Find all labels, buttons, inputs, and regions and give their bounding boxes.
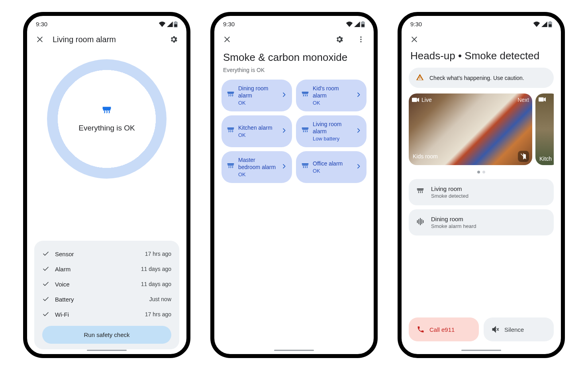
status-icons: [533, 21, 552, 27]
home-indicator[interactable]: [87, 350, 127, 351]
check-icon: [42, 250, 49, 257]
alert-room: Living room: [431, 185, 468, 192]
sound-icon: [416, 217, 425, 228]
check-time: Just now: [149, 296, 171, 302]
close-icon[interactable]: [409, 34, 420, 45]
check-row-alarm: Alarm 11 days ago: [42, 261, 171, 276]
check-icon: [42, 265, 49, 273]
svg-rect-16: [302, 165, 308, 166]
svg-rect-14: [228, 165, 234, 166]
alarm-tile-master-bedroom[interactable]: Master bedroom alarmOK: [221, 151, 292, 183]
call-e911-button[interactable]: Call e911: [409, 317, 479, 341]
alert-card-dining-room[interactable]: Dining room Smoke alarm heard: [409, 209, 554, 236]
check-row-battery: Battery Just now: [42, 292, 171, 307]
app-bar: Living room alarm: [27, 31, 186, 48]
home-indicator[interactable]: [274, 350, 314, 351]
mic-muted-icon[interactable]: [518, 151, 529, 162]
alarm-tile-kitchen[interactable]: Kitchen alarmOK: [221, 115, 292, 147]
smoke-detector-icon: [301, 126, 310, 136]
status-time: 9:30: [223, 21, 235, 27]
tile-label: Office alarm: [313, 160, 352, 167]
alert-room: Dining room: [431, 216, 476, 222]
tile-status: OK: [313, 168, 352, 174]
close-icon[interactable]: [34, 34, 45, 45]
status-bar: 9:30: [402, 16, 561, 31]
alert-card-living-room[interactable]: Living room Smoke detected: [409, 179, 554, 205]
run-safety-check-button[interactable]: Run safety check: [42, 326, 171, 344]
check-icon: [42, 296, 49, 303]
status-bar: 9:30: [214, 16, 374, 31]
tile-status: OK: [238, 100, 278, 106]
status-ring: Everything is OK: [47, 59, 167, 179]
carousel-dots: [409, 168, 554, 179]
chevron-right-icon: [355, 127, 362, 135]
check-row-sensor: Sensor 17 hrs ago: [42, 246, 171, 261]
check-label: Alarm: [55, 266, 71, 273]
camera-room-label: Kids room: [413, 153, 438, 160]
gear-icon[interactable]: [334, 34, 345, 45]
smoke-detector-icon: [226, 90, 235, 101]
page-subtitle: Everything is OK: [223, 67, 365, 73]
tile-label: Kitchen alarm: [238, 125, 278, 132]
status-bar: 9:30: [27, 16, 186, 31]
status-time: 9:30: [410, 21, 422, 27]
smoke-detector-icon: [301, 162, 310, 172]
live-badge: Live: [421, 97, 432, 103]
tile-status: OK: [238, 132, 278, 138]
status-icons: [346, 21, 365, 27]
alarm-tile-living-room[interactable]: Living room alarmLow battery: [296, 115, 367, 147]
alarm-tile-kids-room[interactable]: Kid's room alarmOK: [296, 80, 367, 111]
home-indicator[interactable]: [461, 350, 501, 351]
gear-icon[interactable]: [168, 34, 179, 45]
phone-screen-3: 9:30 Heads-up • Smoke detected Check wha…: [398, 12, 565, 358]
silence-label: Silence: [504, 326, 524, 333]
cell-signal-icon: [167, 21, 173, 27]
wifi-icon: [533, 21, 540, 27]
check-label: Voice: [55, 281, 70, 288]
camera-room-label: Kitch: [539, 156, 552, 162]
alarm-tile-dining-room[interactable]: Dining room alarmOK: [221, 80, 292, 111]
check-time: 11 days ago: [141, 266, 171, 272]
camera-carousel[interactable]: Live Next Kids room Kitch: [409, 93, 554, 165]
page-title: Living room alarm: [53, 35, 161, 44]
app-bar: [402, 31, 561, 48]
camera-tile-kids-room[interactable]: Live Next Kids room: [409, 93, 532, 165]
alarm-tile-office[interactable]: Office alarmOK: [296, 151, 367, 183]
cell-signal-icon: [541, 21, 547, 27]
cell-signal-icon: [354, 21, 360, 27]
check-label: Battery: [55, 296, 74, 303]
camera-tile-kitchen[interactable]: Kitch: [535, 93, 554, 165]
close-icon[interactable]: [221, 34, 233, 45]
warning-icon: [416, 73, 424, 82]
wifi-icon: [159, 21, 166, 27]
alarm-tile-grid: Dining room alarmOK Kid's room alarmOK K…: [221, 80, 367, 183]
svg-rect-9: [227, 128, 234, 129]
smoke-detector-icon: [416, 187, 425, 197]
silence-button[interactable]: Silence: [484, 317, 554, 341]
chevron-right-icon: [355, 92, 362, 99]
svg-rect-5: [227, 92, 234, 93]
battery-icon: [548, 21, 552, 27]
smoke-detector-icon: [101, 105, 112, 118]
call-label: Call e911: [429, 326, 455, 333]
svg-rect-15: [302, 164, 309, 165]
alert-detail: Smoke detected: [431, 193, 468, 199]
speaker-muted-icon: [492, 325, 500, 333]
chevron-right-icon: [281, 92, 287, 99]
check-time: 11 days ago: [141, 281, 171, 287]
dot: [482, 171, 485, 173]
page-title: Heads-up • Smoke detected: [409, 48, 554, 68]
video-camera-icon: [539, 97, 546, 102]
svg-rect-19: [417, 190, 423, 191]
tile-label: Living room alarm: [313, 121, 352, 135]
chevron-right-icon: [281, 163, 287, 171]
svg-point-4: [360, 41, 361, 42]
chevron-right-icon: [281, 127, 287, 135]
svg-point-3: [360, 39, 361, 40]
tile-status: Low battery: [313, 136, 352, 142]
page-title: Smoke & carbon monoxide: [223, 51, 365, 64]
overflow-menu-icon[interactable]: [355, 34, 367, 45]
tile-status: OK: [313, 100, 352, 106]
phone-screen-2: 9:30 Smoke & carbon monoxide Everything …: [210, 12, 378, 358]
warning-banner: Check what's happening. Use caution.: [409, 68, 554, 88]
